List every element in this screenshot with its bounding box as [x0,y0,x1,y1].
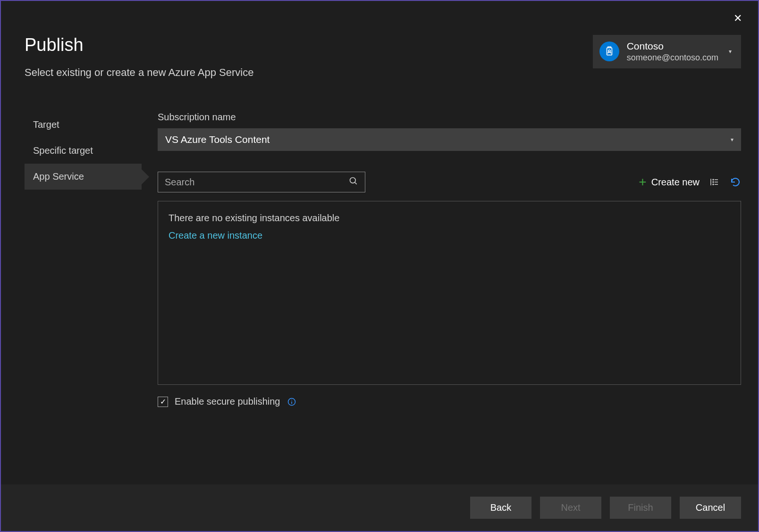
account-icon [599,42,619,61]
svg-point-12 [291,399,292,400]
cancel-button[interactable]: Cancel [680,497,741,519]
chevron-down-icon: ▾ [731,136,734,143]
svg-point-6 [713,182,714,183]
svg-point-8 [713,184,714,185]
account-name: Contoso [627,40,718,52]
page-subtitle: Select existing or create a new Azure Ap… [25,66,734,79]
secure-publishing-label: Enable secure publishing [175,396,280,407]
create-new-label: Create new [651,177,700,188]
search-box[interactable] [158,172,365,192]
chevron-down-icon: ▾ [729,48,732,55]
subscription-dropdown[interactable]: VS Azure Tools Content ▾ [158,128,741,151]
close-button[interactable]: ✕ [729,9,747,27]
svg-point-1 [608,50,610,52]
svg-point-2 [350,177,356,183]
main-area: Subscription name VS Azure Tools Content… [142,112,741,484]
sidebar-item-target[interactable]: Target [25,112,142,138]
close-icon: ✕ [734,12,742,24]
sidebar-item-label: Specific target [33,145,93,156]
instances-list: There are no existing instances availabl… [158,201,741,385]
account-text: Contoso someone@contoso.com [627,40,718,64]
secure-publishing-row: ✓ Enable secure publishing [158,396,741,407]
secure-publishing-checkbox[interactable]: ✓ [158,397,168,407]
wizard-sidebar: Target Specific target App Service [25,112,142,484]
search-icon [349,176,358,188]
account-selector[interactable]: Contoso someone@contoso.com ▾ [593,35,741,68]
create-new-button[interactable]: + Create new [639,175,700,190]
account-email: someone@contoso.com [627,52,718,63]
next-button[interactable]: Next [540,497,601,519]
subscription-label: Subscription name [158,112,741,123]
sidebar-item-app-service[interactable]: App Service [25,164,142,190]
content-area: Target Specific target App Service Subsc… [1,93,758,484]
refresh-button[interactable] [730,176,741,188]
create-new-instance-link[interactable]: Create a new instance [169,230,730,241]
footer: Back Next Finish Cancel [1,484,758,531]
finish-button[interactable]: Finish [610,497,671,519]
subscription-value: VS Azure Tools Content [165,134,270,145]
svg-point-4 [713,179,714,180]
view-options-button[interactable] [709,176,720,188]
svg-rect-0 [607,48,612,55]
toolbar: + Create new [158,172,741,192]
sidebar-item-label: App Service [33,171,84,182]
plus-icon: + [639,175,646,190]
svg-line-3 [355,182,357,184]
back-button[interactable]: Back [470,497,531,519]
info-icon[interactable] [287,397,296,407]
empty-instances-message: There are no existing instances availabl… [169,213,730,224]
sidebar-item-specific-target[interactable]: Specific target [25,138,142,164]
search-input[interactable] [165,177,349,188]
sidebar-item-label: Target [33,119,59,130]
